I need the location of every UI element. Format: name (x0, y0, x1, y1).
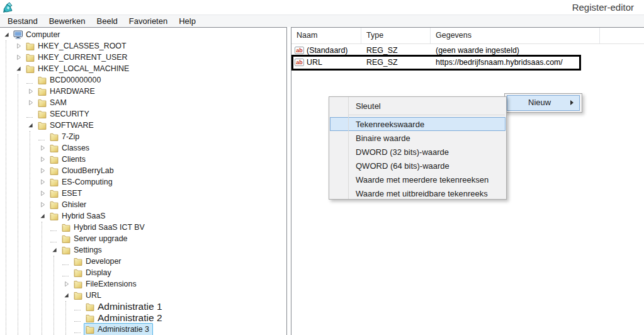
menu-bestand[interactable]: Bestand (2, 15, 43, 27)
expander-collapsed-icon[interactable] (61, 278, 72, 290)
dotted-connector (74, 315, 81, 322)
tree-item-url[interactable]: URL (0, 290, 286, 301)
tree-item-computer[interactable]: Computer (0, 29, 286, 40)
expander-expanded-icon[interactable] (13, 63, 24, 74)
tree-item-cloudberrylab[interactable]: CloudBerryLab (0, 165, 286, 176)
folder-icon (25, 64, 35, 74)
tree-item-label: SECURITY (50, 108, 89, 120)
tree-item-eset[interactable]: ESET (0, 188, 286, 199)
tree-node: Hybrid SaaS ICT BV (60, 221, 149, 234)
tree-item-sam[interactable]: SAM (0, 97, 286, 108)
tree-node: Administratie 3 (84, 323, 153, 335)
expander-expanded-icon[interactable] (61, 290, 72, 301)
menu-item-dword-32-bits-waarde[interactable]: DWORD (32 bits)-waarde (330, 145, 506, 159)
tree-item-hardware[interactable]: HARDWARE (0, 86, 286, 97)
tree-node: ESET (48, 187, 86, 200)
folder-icon (49, 132, 59, 142)
menu-item-tekenreekswaarde[interactable]: Tekenreekswaarde (330, 117, 506, 131)
tree-item-hkey-current-user[interactable]: HKEY_CURRENT_USER (0, 52, 286, 63)
menu-item-qword-64-bits-waarde[interactable]: QWORD (64 bits)-waarde (330, 159, 506, 173)
menu-item-label: Nieuw (528, 98, 551, 107)
tree-item-software[interactable]: SOFTWARE (0, 120, 286, 131)
tree-item-administratie-1[interactable]: Administratie 1 (0, 301, 286, 312)
tree-item-settings[interactable]: Settings (0, 244, 286, 256)
dotted-connector (50, 236, 57, 242)
tree-connector (61, 256, 72, 267)
tree-item-bcd00000000[interactable]: BCD00000000 (0, 74, 286, 86)
tree-item-es-computing[interactable]: ES-Computing (0, 176, 286, 188)
menu-item-sleutel[interactable]: Sleutel (330, 98, 506, 114)
submenu-arrow-icon (570, 100, 573, 105)
expander-collapsed-icon[interactable] (37, 142, 48, 154)
tree-item-label: FileExtensions (86, 278, 137, 290)
dotted-connector (74, 304, 81, 310)
dotted-connector (62, 258, 69, 265)
folder-icon (61, 223, 71, 232)
expander-collapsed-icon[interactable] (37, 165, 48, 176)
title-bar: Register-editor (0, 0, 644, 14)
expander-collapsed-icon[interactable] (37, 176, 48, 188)
tree-item-label: Ghisler (62, 199, 86, 210)
folder-icon (73, 257, 83, 266)
value-name-cell: abURL (291, 58, 361, 67)
tree-item-hkey-local-machine[interactable]: HKEY_LOCAL_MACHINE (0, 63, 286, 74)
tree-item-classes[interactable]: Classes (0, 142, 286, 154)
menu-item-nieuw[interactable]: Nieuw (507, 95, 580, 111)
menu-favorieten[interactable]: Favorieten (123, 15, 173, 27)
menu-beeld[interactable]: Beeld (91, 15, 123, 27)
folder-icon (37, 98, 47, 108)
tree-node: Hybrid SaaS (48, 210, 110, 222)
tree-item-label: Clients (62, 154, 86, 165)
value-row-standaard[interactable]: ab(Standaard)REG_SZ(geen waarde ingestel… (291, 44, 644, 56)
value-row-url[interactable]: abURLREG_SZhttps://bedrijfsnaam.hybridsa… (291, 56, 644, 68)
expander-collapsed-icon[interactable] (25, 86, 36, 97)
expander-collapsed-icon[interactable] (37, 154, 48, 165)
menu-item-waarde-met-meerdere-tekenreeksen[interactable]: Waarde met meerdere tekenreeksen (330, 173, 506, 186)
tree-node: Developer (72, 255, 125, 268)
expander-expanded-icon[interactable] (25, 120, 36, 131)
tree-item-display[interactable]: Display (0, 267, 286, 278)
regedit-window: Register-editor BestandBewerkenBeeldFavo… (0, 0, 644, 335)
tree-node: Settings (60, 244, 106, 256)
expander-collapsed-icon[interactable] (25, 97, 36, 108)
folder-icon (37, 87, 47, 96)
tree-item-administratie-3[interactable]: Administratie 3 (0, 324, 286, 335)
menu-item-waarde-met-uitbreidbare-tekenreeks[interactable]: Waarde met uitbreidbare tekenreeks (330, 186, 506, 200)
tree-item-label: Administratie 3 (98, 324, 149, 335)
column-header-naam[interactable]: Naam (291, 28, 361, 43)
expander-collapsed-icon[interactable] (37, 199, 48, 210)
computer-icon (13, 30, 23, 40)
expander-expanded-icon[interactable] (49, 244, 60, 256)
folder-icon (49, 178, 59, 187)
tree-item-fileextensions[interactable]: FileExtensions (0, 278, 286, 290)
value-name: (Standaard) (307, 46, 347, 55)
expander-collapsed-icon[interactable] (13, 40, 24, 52)
tree-item-label: Hybrid SaaS (62, 210, 106, 222)
tree-item-hkey-classes-root[interactable]: HKEY_CLASSES_ROOT (0, 40, 286, 52)
tree-node: BCD00000000 (36, 74, 105, 86)
tree-item-administratie-2[interactable]: Administratie 2 (0, 312, 286, 324)
column-header-type[interactable]: Type (361, 28, 431, 43)
tree-item-developer[interactable]: Developer (0, 256, 286, 267)
tree-item-security[interactable]: SECURITY (0, 108, 286, 120)
tree-item-ghisler[interactable]: Ghisler (0, 199, 286, 210)
tree-item-hybrid-saas[interactable]: Hybrid SaaS (0, 210, 286, 222)
menu-item-binaire-waarde[interactable]: Binaire waarde (330, 131, 506, 145)
folder-icon (49, 189, 59, 198)
menu-help[interactable]: Help (173, 15, 201, 27)
tree-item-hybrid-saas-ict-bv[interactable]: Hybrid SaaS ICT BV (0, 222, 286, 233)
column-header-gegevens[interactable]: Gegevens (431, 28, 600, 43)
tree-item-server-upgrade[interactable]: Server upgrade (0, 233, 286, 244)
folder-icon (25, 42, 35, 51)
tree-item-clients[interactable]: Clients (0, 154, 286, 165)
folder-icon (61, 234, 71, 244)
value-list: ab(Standaard)REG_SZ(geen waarde ingestel… (291, 44, 644, 68)
expander-collapsed-icon[interactable] (37, 188, 48, 199)
expander-expanded-icon[interactable] (37, 210, 48, 222)
tree-item-7-zip[interactable]: 7-Zip (0, 131, 286, 142)
menu-bewerken[interactable]: Bewerken (43, 15, 91, 27)
tree-node: FileExtensions (72, 278, 140, 290)
folder-icon (85, 325, 95, 334)
expander-expanded-icon[interactable] (1, 29, 12, 40)
expander-collapsed-icon[interactable] (13, 52, 24, 63)
